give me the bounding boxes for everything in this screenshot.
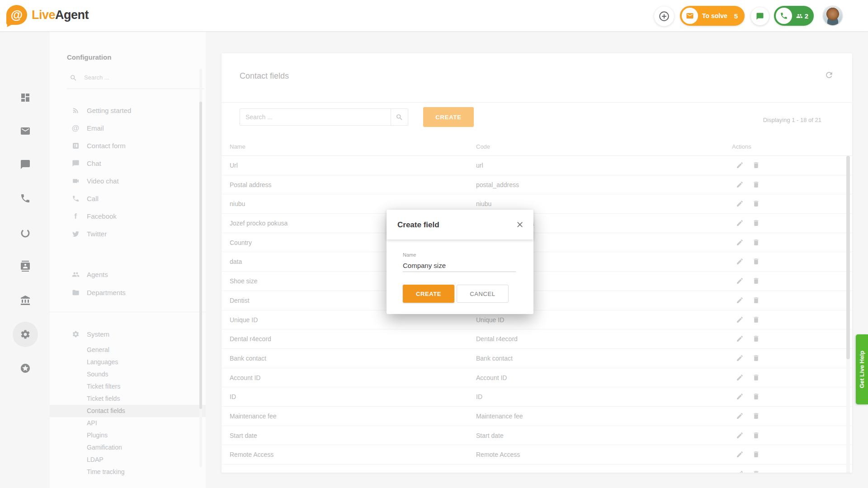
chats-button[interactable]	[751, 7, 769, 25]
calls-badge[interactable]: 2	[774, 6, 814, 26]
dialog-title: Create field	[397, 221, 439, 230]
brand-agent: Agent	[55, 8, 89, 22]
add-button[interactable]	[654, 6, 674, 26]
top-bar: @ LiveAgent To solve 5 2	[0, 0, 868, 32]
close-button[interactable]	[512, 216, 528, 233]
brand-live: Live	[32, 8, 55, 22]
get-live-help-tab[interactable]: Get Live Help	[856, 334, 868, 404]
to-solve-badge[interactable]: To solve 5	[680, 6, 745, 26]
name-field-input[interactable]	[403, 259, 516, 272]
to-solve-count: 5	[734, 12, 738, 20]
calls-count: 2	[805, 12, 808, 20]
people-icon	[796, 12, 803, 20]
liveagent-logo-icon: @	[6, 5, 27, 25]
help-tab-label: Get Live Help	[859, 351, 865, 388]
user-avatar[interactable]	[822, 5, 843, 26]
mail-circle	[682, 8, 698, 24]
dialog-create-button[interactable]: CREATE	[403, 285, 454, 303]
liveagent-app: @ LiveAgent To solve 5 2	[0, 0, 868, 488]
dialog-cancel-button[interactable]: CANCEL	[457, 285, 509, 303]
create-field-dialog: Create field Name CREATE CANCEL	[387, 210, 533, 314]
dialog-header: Create field	[387, 210, 533, 239]
plus-circle-icon	[658, 10, 670, 22]
liveagent-logo[interactable]: @ LiveAgent	[6, 5, 89, 25]
name-field-label: Name	[403, 252, 416, 258]
chat-bubble-icon	[756, 12, 764, 20]
close-icon	[515, 220, 524, 229]
phone-circle	[776, 8, 792, 24]
brand-text: LiveAgent	[32, 8, 89, 22]
envelope-icon	[686, 12, 694, 20]
dialog-body: Name CREATE CANCEL	[387, 239, 533, 314]
phone-icon	[780, 12, 788, 20]
to-solve-label: To solve	[702, 12, 727, 19]
